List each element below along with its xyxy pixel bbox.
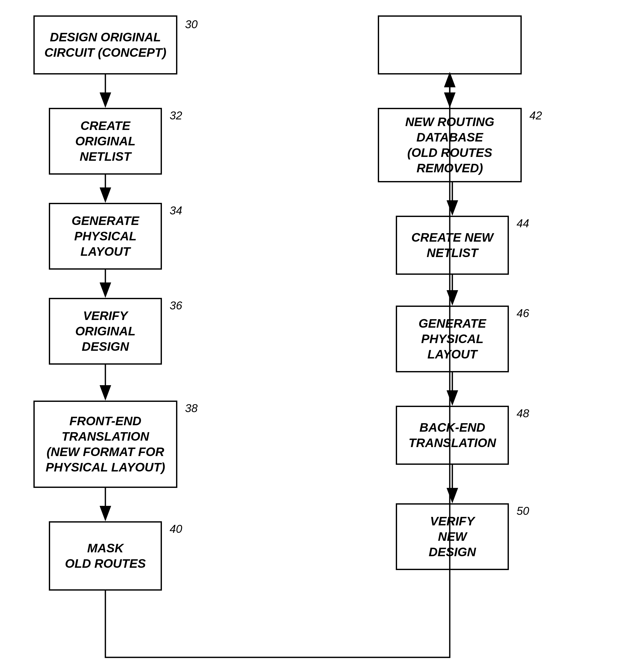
- box-38-label: FRONT-ENDTRANSLATION(NEW FORMAT FORPHYSI…: [46, 413, 165, 475]
- ref-40: 40: [170, 523, 182, 536]
- box-mask-old-routes: MASKOLD ROUTES: [49, 521, 162, 591]
- box-generate-physical-layout-left: GENERATEPHYSICALLAYOUT: [49, 203, 162, 269]
- ref-36: 36: [170, 299, 182, 312]
- box-create-original-netlist: CREATEORIGINALNETLIST: [49, 108, 162, 175]
- box-36-label: VERIFYORIGINALDESIGN: [75, 308, 136, 354]
- ref-34: 34: [170, 204, 182, 217]
- diagram-container: DESIGN ORIGINALCIRCUIT (CONCEPT) 30 CREA…: [0, 0, 642, 672]
- ref-32: 32: [170, 109, 182, 122]
- box-46-label: GENERATEPHYSICALLAYOUT: [419, 316, 486, 362]
- box-40-label: MASKOLD ROUTES: [65, 541, 146, 571]
- ref-48: 48: [517, 407, 529, 420]
- box-design-original: DESIGN ORIGINALCIRCUIT (CONCEPT): [34, 15, 177, 75]
- box-34-label: GENERATEPHYSICALLAYOUT: [72, 213, 139, 259]
- ref-46: 46: [517, 307, 529, 320]
- box-48-label: BACK-ENDTRANSLATION: [409, 420, 496, 451]
- box-verify-original-design: VERIFYORIGINALDESIGN: [49, 298, 162, 365]
- box-back-end-translation: BACK-ENDTRANSLATION: [396, 406, 509, 465]
- box-50-label: VERIFYNEWDESIGN: [429, 514, 476, 560]
- ref-50: 50: [517, 504, 529, 517]
- box-front-end-translation: FRONT-ENDTRANSLATION(NEW FORMAT FORPHYSI…: [34, 400, 177, 488]
- ref-38: 38: [185, 402, 198, 415]
- ref-30: 30: [185, 18, 198, 31]
- ref-44: 44: [517, 217, 529, 230]
- box-30-label: DESIGN ORIGINALCIRCUIT (CONCEPT): [44, 29, 167, 60]
- box-top-right: [378, 15, 522, 75]
- box-new-routing-database: NEW ROUTING DATABASE(OLD ROUTES REMOVED): [378, 108, 522, 182]
- box-44-label: CREATE NEWNETLIST: [411, 230, 493, 261]
- box-generate-physical-layout-right: GENERATEPHYSICALLAYOUT: [396, 306, 509, 372]
- box-32-label: CREATEORIGINALNETLIST: [75, 118, 136, 164]
- box-create-new-netlist: CREATE NEWNETLIST: [396, 216, 509, 275]
- box-verify-new-design: VERIFYNEWDESIGN: [396, 503, 509, 570]
- box-42-label: NEW ROUTING DATABASE(OLD ROUTES REMOVED): [387, 114, 513, 176]
- ref-42: 42: [529, 109, 542, 122]
